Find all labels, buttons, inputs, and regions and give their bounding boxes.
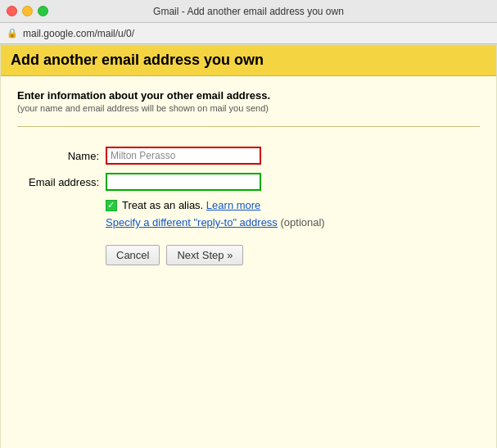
maximize-button[interactable] — [38, 6, 48, 16]
main-content: Add another email address you own Enter … — [0, 44, 497, 448]
name-row: Name: — [17, 147, 480, 165]
email-label: Email address: — [17, 176, 99, 188]
page-header: Add another email address you own — [1, 45, 496, 76]
info-section: Enter information about your other email… — [17, 89, 480, 127]
alias-checkbox-row: Treat as an alias. Learn more — [106, 199, 480, 211]
alias-label: Treat as an alias. — [122, 199, 203, 211]
reply-to-row: Specify a different "reply-to" address (… — [106, 216, 480, 229]
info-title: Enter information about your other email… — [17, 89, 480, 102]
alias-checkbox[interactable] — [106, 200, 117, 211]
content-area: Enter information about your other email… — [1, 76, 496, 285]
form-section: Name: Email address: Treat as an alias. … — [17, 140, 480, 272]
lock-icon: 🔒 — [7, 28, 18, 38]
cancel-button[interactable]: Cancel — [106, 245, 160, 265]
close-button[interactable] — [7, 6, 17, 16]
email-row: Email address: — [17, 173, 480, 191]
title-bar: Gmail - Add another email address you ow… — [0, 0, 497, 23]
window-controls[interactable] — [7, 6, 48, 16]
learn-more-link[interactable]: Learn more — [206, 199, 260, 211]
minimize-button[interactable] — [22, 6, 33, 16]
name-input[interactable] — [106, 147, 261, 165]
email-input[interactable] — [106, 173, 261, 191]
reply-to-link[interactable]: Specify a different "reply-to" address — [106, 216, 278, 229]
url-text: mail.google.com/mail/u/0/ — [23, 28, 134, 39]
remaining-space — [1, 285, 496, 448]
window-title: Gmail - Add another email address you ow… — [153, 6, 344, 17]
next-step-button[interactable]: Next Step » — [166, 245, 243, 265]
optional-text: (optional) — [278, 216, 325, 229]
page-title: Add another email address you own — [11, 52, 264, 68]
info-subtitle: (your name and email address will be sho… — [17, 103, 480, 113]
name-label: Name: — [17, 150, 99, 162]
address-bar: 🔒 mail.google.com/mail/u/0/ — [0, 23, 497, 44]
button-row: Cancel Next Step » — [106, 245, 480, 265]
